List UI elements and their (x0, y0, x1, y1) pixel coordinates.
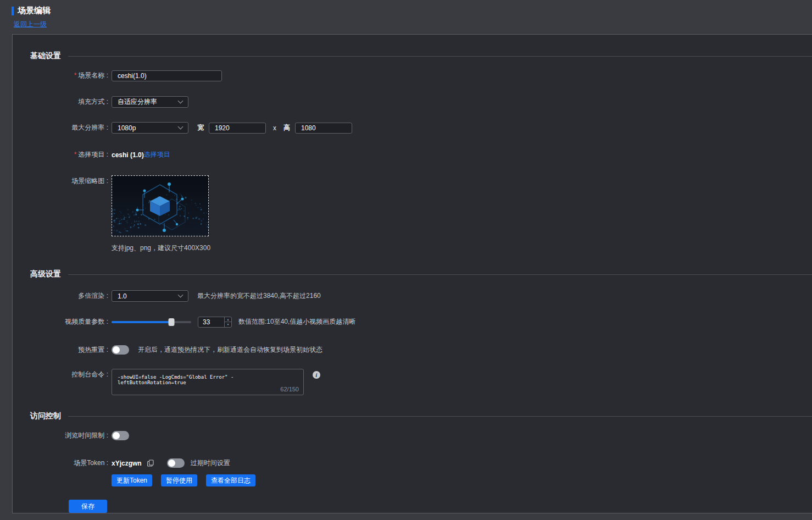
chevron-down-icon (178, 98, 183, 104)
preheat-reset-toggle[interactable] (112, 345, 129, 355)
view-all-logs-button[interactable]: 查看全部日志 (206, 474, 255, 486)
scene-name-label: *场景名称 : (13, 70, 108, 81)
section-access-title: 访问控制 (30, 411, 61, 421)
preheat-reset-label: 预热重置 : (13, 344, 108, 356)
video-quality-input[interactable] (198, 317, 224, 327)
section-basic-title: 基础设置 (30, 51, 61, 61)
height-input[interactable] (295, 123, 352, 134)
max-resolution-row: 最大分辨率 : 1080p 宽 x 高 (13, 122, 812, 134)
number-spinner: ▲ ▼ (224, 317, 231, 327)
update-token-button[interactable]: 更新Token (112, 474, 152, 486)
scene-token-row: 场景Token : xYjczgwn 过期时间设置 (13, 457, 812, 469)
scene-name-row: *场景名称 : (13, 70, 812, 81)
project-label: *选择项目 : (13, 149, 108, 161)
select-project-link[interactable]: 选择项目 (144, 150, 170, 159)
project-row: *选择项目 : ceshi (1.0) 选择项目 (13, 149, 812, 161)
required-asterisk: * (74, 71, 77, 79)
video-quality-number: ▲ ▼ (198, 317, 232, 328)
char-counter: 62/150 (280, 386, 299, 392)
preheat-reset-hint: 开启后，通道预热情况下，刷新通道会自动恢复到场景初始状态 (138, 345, 322, 355)
fill-mode-label: 填充方式 : (13, 96, 108, 108)
info-icon[interactable]: i (313, 371, 320, 379)
chevron-down-icon (178, 124, 183, 130)
max-resolution-value: 1080p (118, 124, 136, 132)
toggle-knob (113, 346, 120, 353)
fill-mode-value: 自适应分辨率 (118, 97, 157, 107)
preheat-reset-row: 预热重置 : 开启后，通道预热情况下，刷新通道会自动恢复到场景初始状态 (13, 344, 812, 356)
height-label: 高 (283, 123, 290, 132)
section-advanced-title: 高级设置 (30, 269, 61, 279)
video-quality-hint: 数值范围:10至40,值越小视频画质越清晰 (238, 317, 355, 327)
scene-thumbnail[interactable] (112, 175, 209, 236)
width-label: 宽 (197, 123, 204, 132)
browse-time-limit-label: 浏览时间限制 : (13, 430, 108, 441)
token-expire-toggle[interactable] (167, 458, 185, 468)
back-link[interactable]: 返回上一级 (14, 20, 47, 29)
settings-panel: 基础设置 *场景名称 : 填充方式 : 自适应分辨率 最大分辨率 : 1080p… (12, 34, 812, 513)
width-input[interactable] (209, 123, 266, 134)
toggle-knob (168, 460, 175, 467)
video-quality-slider[interactable] (112, 321, 191, 323)
max-resolution-label: 最大分辨率 : (13, 122, 108, 134)
fill-mode-select[interactable]: 自适应分辨率 (112, 96, 188, 108)
page-title-text: 场景编辑 (18, 5, 51, 16)
section-basic-header: 基础设置 (13, 51, 812, 61)
section-divider (68, 56, 812, 57)
thumbnail-row: 场景缩略图 : (13, 175, 812, 253)
slider-fill (112, 321, 171, 323)
console-command-label: 控制台命令 : (13, 369, 108, 380)
thumbnail-illustration (112, 176, 208, 236)
copy-icon[interactable] (147, 460, 154, 467)
multi-render-row: 多倍渲染 : 1.0 最大分辨率的宽不超过3840,高不超过2160 (13, 290, 812, 302)
console-command-row: 控制台命令 : -showUI=false -LogCmds="Global E… (13, 369, 812, 397)
token-buttons-row: 更新Token 暂停使用 查看全部日志 (13, 474, 812, 486)
max-resolution-select[interactable]: 1080p (112, 122, 188, 134)
video-quality-row: 视频质量参数 : ▲ ▼ 数值范围:10至40,值越小视频画质越清晰 (13, 316, 812, 328)
page-header: 场景编辑 返回上一级 (0, 0, 812, 29)
section-access-header: 访问控制 (13, 411, 812, 421)
multi-render-hint: 最大分辨率的宽不超过3840,高不超过2160 (197, 291, 321, 301)
spinner-up-icon[interactable]: ▲ (225, 317, 231, 322)
browse-time-limit-toggle[interactable] (112, 431, 129, 440)
fill-mode-row: 填充方式 : 自适应分辨率 (13, 96, 812, 108)
token-expire-label: 过期时间设置 (191, 458, 230, 468)
thumbnail-hint: 支持jpg、png，建议尺寸400X300 (112, 244, 210, 253)
multi-render-label: 多倍渲染 : (13, 290, 108, 302)
save-button[interactable]: 保存 (69, 500, 107, 513)
section-divider (68, 274, 812, 275)
scene-name-input[interactable] (112, 70, 222, 81)
section-advanced-header: 高级设置 (13, 269, 812, 279)
scene-token-label: 场景Token : (13, 457, 108, 469)
multi-render-value: 1.0 (118, 292, 127, 300)
token-value: xYjczgwn (112, 460, 142, 467)
multi-render-select[interactable]: 1.0 (112, 290, 188, 302)
spinner-down-icon[interactable]: ▼ (225, 322, 231, 327)
thumbnail-label: 场景缩略图 : (13, 175, 108, 187)
slider-handle[interactable] (168, 318, 174, 326)
dimension-separator: x (273, 124, 276, 132)
console-command-textarea[interactable]: -showUI=false -LogCmds="Global Error" -l… (112, 369, 304, 395)
title-accent-bar (12, 7, 14, 15)
project-value: ceshi (1.0) (112, 151, 144, 159)
video-quality-label: 视频质量参数 : (13, 316, 108, 328)
section-divider (68, 416, 812, 417)
required-asterisk: * (74, 151, 77, 158)
pause-use-button[interactable]: 暂停使用 (161, 474, 197, 486)
toggle-knob (113, 432, 120, 439)
chevron-down-icon (178, 292, 183, 298)
browse-time-limit-row: 浏览时间限制 : (13, 430, 812, 441)
page-title: 场景编辑 (12, 5, 812, 16)
